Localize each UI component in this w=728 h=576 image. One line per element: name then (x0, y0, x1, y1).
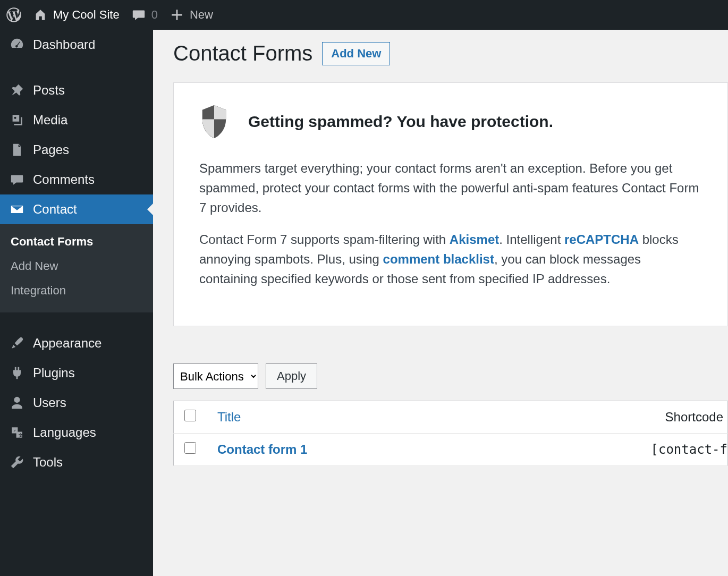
link-recaptcha[interactable]: reCAPTCHA (564, 232, 639, 247)
site-name: My Cool Site (53, 8, 120, 22)
admin-sidebar: Dashboard Posts Media Pages Comments Con… (0, 30, 153, 576)
sidebar-item-label: Media (33, 113, 67, 128)
shield-icon (199, 105, 229, 138)
sidebar-item-media[interactable]: Media (0, 105, 153, 135)
sidebar-item-label: Languages (33, 425, 96, 440)
sidebar-item-label: Contact (33, 202, 77, 217)
forms-table: Title Shortcode Contact form 1 [contact-… (173, 401, 728, 466)
submenu-item-add-new[interactable]: Add New (0, 254, 153, 278)
comments-count: 0 (151, 8, 158, 22)
comments-link[interactable]: 0 (131, 7, 158, 22)
sidebar-item-comments[interactable]: Comments (0, 165, 153, 194)
sidebar-item-label: Dashboard (33, 37, 95, 52)
sidebar-item-label: Users (33, 395, 66, 410)
link-comment-blacklist[interactable]: comment blacklist (383, 252, 494, 266)
sidebar-item-label: Pages (33, 142, 69, 157)
sidebar-item-label: Posts (33, 83, 65, 98)
new-content-label: New (190, 8, 213, 22)
pin-icon (10, 83, 24, 98)
translate-icon: 文 (10, 425, 24, 440)
svg-text:文: 文 (18, 433, 23, 438)
sidebar-item-pages[interactable]: Pages (0, 135, 153, 165)
sidebar-item-tools[interactable]: Tools (0, 447, 153, 477)
add-new-button[interactable]: Add New (322, 42, 390, 65)
form-title-link[interactable]: Contact form 1 (217, 442, 307, 456)
info-panel-paragraph: Contact Form 7 supports spam-filtering w… (199, 230, 702, 289)
info-panel: Getting spammed? You have protection. Sp… (173, 82, 728, 326)
col-shortcode: Shortcode (498, 401, 727, 434)
info-panel-header: Getting spammed? You have protection. (199, 105, 702, 138)
sidebar-submenu-contact: Contact Forms Add New Integration (0, 224, 153, 312)
bulk-actions-row: Bulk Actions Apply (173, 363, 728, 389)
row-select-cell (174, 434, 207, 466)
wrench-icon (10, 455, 24, 470)
gauge-icon (10, 37, 24, 52)
sidebar-item-label: Plugins (33, 366, 75, 380)
comment-icon (131, 7, 146, 22)
menu-separator (0, 312, 153, 328)
select-all-checkbox[interactable] (184, 410, 196, 421)
media-icon (10, 113, 24, 128)
wordpress-icon (6, 7, 21, 22)
submenu-item-integration[interactable]: Integration (0, 278, 153, 303)
sidebar-item-label: Comments (33, 172, 95, 187)
submenu-item-contact-forms[interactable]: Contact Forms (0, 230, 153, 254)
wp-logo[interactable] (6, 7, 21, 22)
row-title-cell: Contact form 1 (207, 434, 498, 466)
select-all-cell (174, 401, 207, 434)
new-content-link[interactable]: New (170, 7, 213, 22)
row-shortcode: [contact-f (498, 434, 727, 466)
brush-icon (10, 336, 24, 351)
sidebar-item-appearance[interactable]: Appearance (0, 328, 153, 358)
mail-icon (10, 202, 24, 217)
table-row: Contact form 1 [contact-f (174, 434, 728, 466)
content-area: Contact Forms Add New (153, 30, 728, 576)
plug-icon (10, 366, 24, 380)
plus-icon (170, 7, 184, 22)
sidebar-item-plugins[interactable]: Plugins (0, 358, 153, 388)
info-panel-paragraph: Spammers target everything; your contact… (199, 158, 702, 218)
sidebar-item-label: Appearance (33, 336, 101, 351)
sidebar-item-languages[interactable]: 文 Languages (0, 418, 153, 447)
sidebar-item-posts[interactable]: Posts (0, 75, 153, 105)
link-akismet[interactable]: Akismet (450, 232, 499, 247)
user-icon (10, 395, 24, 410)
site-link[interactable]: My Cool Site (33, 7, 120, 22)
menu-separator (0, 60, 153, 75)
row-checkbox[interactable] (184, 442, 196, 454)
table-header-row: Title Shortcode (174, 401, 728, 434)
page-header: Contact Forms Add New (173, 41, 728, 65)
sidebar-item-dashboard[interactable]: Dashboard (0, 30, 153, 60)
apply-button[interactable]: Apply (266, 363, 317, 389)
page-title: Contact Forms (173, 41, 312, 65)
sidebar-item-contact[interactable]: Contact (0, 194, 153, 224)
comment-icon (10, 172, 24, 187)
col-title[interactable]: Title (207, 401, 498, 434)
pages-icon (10, 142, 24, 157)
admin-bar: My Cool Site 0 New (0, 0, 728, 30)
sidebar-item-users[interactable]: Users (0, 388, 153, 418)
info-panel-heading: Getting spammed? You have protection. (248, 113, 553, 131)
home-icon (33, 7, 48, 22)
sidebar-item-label: Tools (33, 455, 63, 470)
bulk-actions-select[interactable]: Bulk Actions (173, 363, 258, 389)
